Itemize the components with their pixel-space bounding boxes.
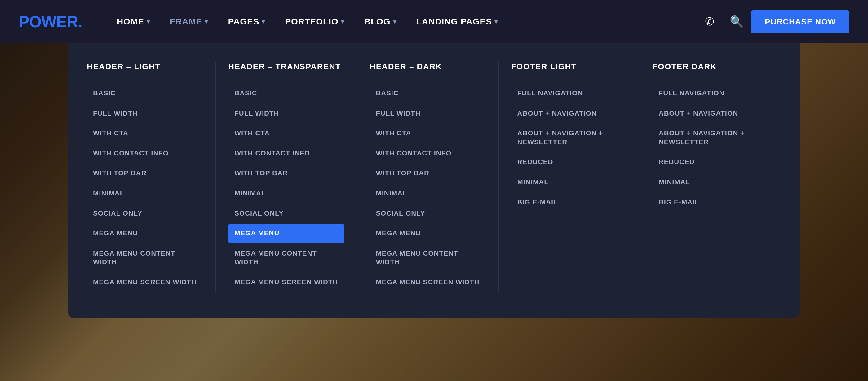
nav-item-pages[interactable]: PAGES▾ [218,17,275,27]
menu-item-0-0[interactable]: BASIC [87,84,203,103]
menu-item-2-9[interactable]: MEGA MENU SCREEN WIDTH [370,273,486,292]
menu-item-2-0[interactable]: BASIC [370,84,486,103]
menu-item-1-3[interactable]: WITH CONTACT INFO [228,144,344,163]
logo-dot: . [78,13,82,31]
chevron-down-icon: ▾ [205,18,208,25]
menu-item-2-3[interactable]: WITH CONTACT INFO [370,144,486,163]
nav-item-frame[interactable]: FRAME▾ [160,17,218,27]
menu-item-2-6[interactable]: SOCIAL ONLY [370,204,486,223]
menu-item-3-5[interactable]: BIG E-MAIL [511,193,627,212]
nav-divider [722,15,722,28]
menu-column-4: FOOTER DARKFULL NAVIGATIONABOUT + NAVIGA… [640,62,781,293]
menu-item-0-6[interactable]: SOCIAL ONLY [87,204,203,223]
menu-item-2-2[interactable]: WITH CTA [370,124,486,143]
column-header-0: HEADER – LIGHT [87,62,203,72]
menu-item-3-0[interactable]: FULL NAVIGATION [511,84,627,103]
menu-item-0-1[interactable]: FULL WIDTH [87,104,203,123]
menu-item-4-5[interactable]: BIG E-MAIL [653,193,769,212]
menu-item-3-4[interactable]: MINIMAL [511,173,627,192]
menu-item-2-4[interactable]: WITH TOP BAR [370,164,486,183]
phone-icon[interactable]: ✆ [705,15,714,28]
menu-item-0-9[interactable]: MEGA MENU SCREEN WIDTH [87,273,203,292]
chevron-down-icon: ▾ [341,18,344,25]
menu-item-0-2[interactable]: WITH CTA [87,124,203,143]
column-header-1: HEADER – TRANSPARENT [228,62,344,72]
column-header-3: FOOTER LIGHT [511,62,627,72]
nav-item-landing-pages[interactable]: LANDING PAGES▾ [406,17,508,27]
menu-item-2-5[interactable]: MINIMAL [370,184,486,203]
menu-item-1-9[interactable]: MEGA MENU SCREEN WIDTH [228,273,344,292]
chevron-down-icon: ▾ [261,18,265,25]
menu-item-4-2[interactable]: ABOUT + NAVIGATION + NEWSLETTER [653,124,769,151]
nav-item-portfolio[interactable]: PORTFOLIO▾ [275,17,354,27]
menu-item-0-4[interactable]: WITH TOP BAR [87,164,203,183]
menu-item-4-1[interactable]: ABOUT + NAVIGATION [653,104,769,123]
menu-item-2-8[interactable]: MEGA MENU CONTENT WIDTH [370,244,486,272]
menu-item-1-6[interactable]: SOCIAL ONLY [228,204,344,223]
mega-menu: HEADER – LIGHTBASICFULL WIDTHWITH CTAWIT… [68,43,800,318]
menu-item-0-7[interactable]: MEGA MENU [87,224,203,243]
menu-item-1-1[interactable]: FULL WIDTH [228,104,344,123]
menu-item-2-7[interactable]: MEGA MENU [370,224,486,243]
menu-item-1-2[interactable]: WITH CTA [228,124,344,143]
menu-column-2: HEADER – DARKBASICFULL WIDTHWITH CTAWITH… [357,62,498,293]
chevron-down-icon: ▾ [393,18,397,25]
menu-item-3-2[interactable]: ABOUT + NAVIGATION + NEWSLETTER [511,124,627,151]
menu-item-4-0[interactable]: FULL NAVIGATION [653,84,769,103]
menu-item-0-5[interactable]: MINIMAL [87,184,203,203]
nav-links: HOME▾FRAME▾PAGES▾PORTFOLIO▾BLOG▾LANDING … [107,17,705,27]
column-header-4: FOOTER DARK [653,62,769,72]
menu-column-1: HEADER – TRANSPARENTBASICFULL WIDTHWITH … [216,62,357,293]
menu-item-0-8[interactable]: MEGA MENU CONTENT WIDTH [87,244,203,272]
menu-item-1-5[interactable]: MINIMAL [228,184,344,203]
chevron-down-icon: ▾ [147,18,150,25]
menu-item-2-1[interactable]: FULL WIDTH [370,104,486,123]
search-icon[interactable]: 🔍 [730,15,744,28]
menu-item-1-0[interactable]: BASIC [228,84,344,103]
nav-item-home[interactable]: HOME▾ [107,17,160,27]
column-header-2: HEADER – DARK [370,62,486,72]
menu-item-3-3[interactable]: REDUCED [511,153,627,172]
logo-text: POWER [19,13,78,31]
menu-column-0: HEADER – LIGHTBASICFULL WIDTHWITH CTAWIT… [87,62,216,293]
menu-item-1-8[interactable]: MEGA MENU CONTENT WIDTH [228,244,344,272]
purchase-button[interactable]: PURCHASE NOW [751,10,849,33]
nav-item-blog[interactable]: BLOG▾ [354,17,406,27]
navbar: POWER. HOME▾FRAME▾PAGES▾PORTFOLIO▾BLOG▾L… [0,0,868,43]
menu-item-4-3[interactable]: REDUCED [653,153,769,172]
chevron-down-icon: ▾ [494,18,498,25]
logo[interactable]: POWER. [19,12,82,31]
menu-column-3: FOOTER LIGHTFULL NAVIGATIONABOUT + NAVIG… [499,62,640,293]
menu-item-0-3[interactable]: WITH CONTACT INFO [87,144,203,163]
nav-right: ✆ 🔍 PURCHASE NOW [705,10,849,33]
menu-item-1-4[interactable]: WITH TOP BAR [228,164,344,183]
menu-item-4-4[interactable]: MINIMAL [653,173,769,192]
menu-item-3-1[interactable]: ABOUT + NAVIGATION [511,104,627,123]
menu-item-1-7[interactable]: MEGA MENU [228,224,344,243]
